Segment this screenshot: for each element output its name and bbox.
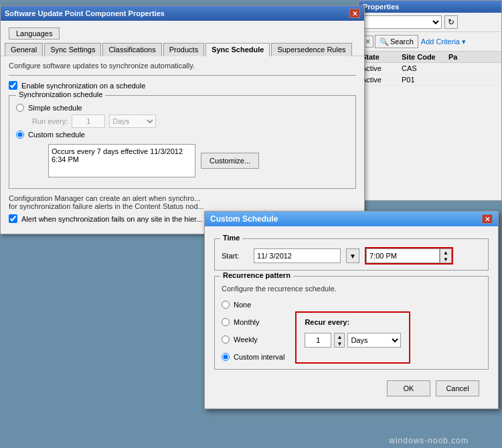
weekly-radio[interactable] [222,335,230,344]
row1-pa [448,64,475,72]
occurs-text: Occurs every 7 days effective 11/3/20126… [48,144,195,177]
tab-supersedence[interactable]: Supersedence Rules [271,43,351,56]
recur-unit-select[interactable]: Days Hours Minutes [347,333,401,348]
properties-toolbar: ↻ [359,13,501,32]
weekly-label: Weekly [234,335,258,344]
run-every-unit-select[interactable]: Days [109,115,156,128]
table-row: Active P01 [359,74,501,86]
time-row: Start: ▼ ▲ ▼ [222,247,481,265]
simple-schedule-row: Simple schedule [16,104,349,112]
tab-sync-schedule[interactable]: Sync Schedule [205,43,270,56]
date-dropdown-arrow[interactable]: ▼ [346,248,359,263]
main-dialog-titlebar: Software Update Point Component Properti… [1,6,364,21]
time-input[interactable] [366,248,440,263]
properties-title: Properties [359,1,501,13]
alert-label: Alert when synchronization fails on any … [21,215,202,223]
alert-checkbox[interactable] [9,214,17,223]
row2-state: Active [361,76,402,84]
recur-num-input[interactable] [305,333,331,348]
custom-interval-radio[interactable] [222,353,230,361]
simple-schedule-label: Simple schedule [28,104,82,112]
monthly-radio[interactable] [222,318,230,326]
custom-schedule-label: Custom schedule [28,131,85,139]
row1-state: Active [361,64,402,72]
tab-strip: General Sync Settings Classifications Pr… [1,40,364,56]
custom-interval-option: Custom interval [222,353,284,361]
table-row: Active CAS [359,63,501,74]
tab-sync-settings[interactable]: Sync Settings [44,43,101,56]
recur-every-row: ▲ ▼ Days Hours Minutes [305,333,401,348]
sync-group-label: Synchronization schedule [16,90,105,98]
search-bar: ✕ 🔍 Search Add Criteria ▾ [359,32,501,52]
search-label: Search [390,38,414,46]
tab-classifications[interactable]: Classifications [102,43,161,56]
enable-sync-label: Enable synchronization on a schedule [21,82,145,90]
col-state: State [361,53,402,61]
refresh-icon[interactable]: ↻ [444,15,458,29]
none-radio[interactable] [222,301,230,309]
languages-tab[interactable]: Languages [9,27,60,40]
custom-dialog-close[interactable]: ✕ [482,214,493,224]
properties-panel: Properties ↻ ✕ 🔍 Search Add Criteria ▾ S… [358,0,502,201]
dialog-footer: OK Cancel [214,375,489,402]
time-spinner[interactable]: ▲ ▼ [440,248,452,263]
custom-schedule-row: Custom schedule [16,131,349,139]
table-header: State Site Code Pa [359,52,501,63]
recur-up-arrow[interactable]: ▲ [335,333,344,340]
sync-description: Configure software updates to synchroniz… [9,62,356,70]
cancel-button[interactable]: Cancel [436,380,479,396]
custom-dialog-title: Custom Schedule [210,214,278,224]
time-section: Time Start: ▼ ▲ ▼ [214,238,489,271]
occurs-row: Occurs every 7 days effective 11/3/20126… [32,141,349,180]
alert-description: Configuration Manager can create an aler… [9,194,356,210]
recur-num-spinner[interactable]: ▲ ▼ [334,333,345,348]
recur-every-label: Recur every: [305,318,401,326]
main-dialog-title: Software Update Point Component Properti… [5,9,165,17]
main-dialog: Software Update Point Component Properti… [0,5,365,234]
run-every-row: Run every: Days [32,115,349,128]
recurrence-section: Recurrence pattern Configure the recurre… [214,276,489,370]
recur-every-box: Recur every: ▲ ▼ Days Hours Minutes [295,311,410,364]
add-criteria-btn[interactable]: Add Criteria ▾ [421,38,466,46]
recur-radio-group: None Monthly Weekly Custom interval [222,298,284,364]
monthly-option: Monthly [222,318,284,326]
row1-code: CAS [402,64,448,72]
none-label: None [234,301,251,309]
run-every-label: Run every: [32,117,68,125]
properties-dropdown[interactable] [361,15,442,29]
ok-button[interactable]: OK [387,380,430,396]
enable-sync-checkbox[interactable] [9,81,17,90]
sync-schedule-group: Synchronization schedule Simple schedule… [9,95,356,189]
custom-interval-label: Custom interval [234,353,284,361]
tab-general[interactable]: General [5,43,43,56]
custom-dialog-titlebar: Custom Schedule ✕ [205,212,498,226]
start-label: Start: [222,252,248,260]
none-option: None [222,301,284,309]
recurrence-section-label: Recurrence pattern [220,271,293,279]
time-section-label: Time [220,234,242,242]
col-sitecode: Site Code [402,53,448,61]
enable-sync-row: Enable synchronization on a schedule [9,81,356,90]
row2-code: P01 [402,76,448,84]
search-button[interactable]: 🔍 Search [375,35,418,48]
recur-down-arrow[interactable]: ▼ [335,340,344,347]
run-every-input[interactable] [72,115,105,128]
main-dialog-close[interactable]: ✕ [349,9,360,18]
col-pa: Pa [448,53,475,61]
custom-schedule-radio[interactable] [16,131,24,139]
tabs-row: General Sync Settings Classifications Pr… [5,42,360,56]
monthly-label: Monthly [234,318,260,326]
time-up-arrow[interactable]: ▲ [440,249,451,256]
date-input[interactable] [254,248,341,263]
time-down-arrow[interactable]: ▼ [440,256,451,263]
tab-products[interactable]: Products [163,43,204,56]
search-icon: 🔍 [380,38,389,46]
simple-schedule-radio[interactable] [16,104,24,112]
recur-description: Configure the recurrence schedule. [222,285,481,293]
row2-pa [448,76,475,84]
main-dialog-content: Configure software updates to synchroniz… [1,56,364,234]
customize-button[interactable]: Customize... [201,153,259,169]
weekly-option: Weekly [222,335,284,344]
time-input-container: ▲ ▼ [365,247,453,265]
custom-schedule-dialog: Custom Schedule ✕ Time Start: ▼ ▲ ▼ R [204,211,499,409]
